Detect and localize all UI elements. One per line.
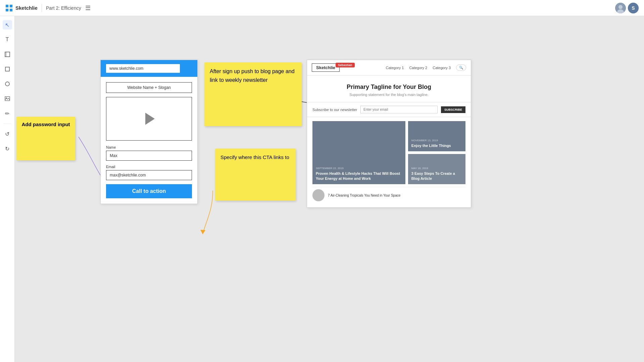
wireframe-signup-form: Website Name + Slogan Name Email Call to…: [100, 60, 198, 204]
cta-button[interactable]: Call to action: [106, 184, 192, 198]
url-bar[interactable]: [106, 64, 180, 73]
blog-hero: Primary Tagline for Your Blog Supporting…: [307, 75, 471, 102]
newsletter-bar: Subscribe to our newsletter SUBSCRIBE: [307, 102, 471, 117]
blog-cat-3: Category 3: [433, 66, 451, 70]
form-body: Website Name + Slogan Name Email Call to…: [101, 77, 197, 204]
svg-point-5: [618, 5, 623, 9]
post-3-date: MAY 16, 2019: [411, 167, 462, 170]
blog-sub-tagline: Supporting statement for the blog's main…: [312, 93, 465, 97]
avatar-user2[interactable]: S: [628, 3, 639, 13]
svg-rect-2: [6, 9, 8, 11]
blog-cat-2: Category 2: [409, 66, 427, 70]
hamburger-icon[interactable]: ☰: [85, 4, 91, 12]
blog-post-card-1[interactable]: SEPTEMBER 22, 2019 Proven Health & Lifes…: [312, 121, 405, 184]
blog-post-card-2[interactable]: NOVEMBER 13, 2019 Enjoy the Little Thing…: [408, 121, 465, 151]
sticky-note-password: Add password input: [16, 117, 75, 160]
name-label: Name: [106, 145, 192, 149]
svg-rect-13: [5, 97, 10, 101]
post-1-title: Proven Health & Lifestyle Hacks That Wil…: [316, 171, 402, 181]
svg-rect-3: [10, 9, 12, 11]
annotation-signup-note: After sign up push to blog page and link…: [204, 62, 302, 126]
cursor-tool[interactable]: ↖: [3, 20, 12, 30]
svg-point-14: [6, 98, 7, 99]
post-1-date: SEPTEMBER 22, 2019: [316, 167, 402, 170]
nav-subtitle: Part 2: Efficiency: [46, 5, 81, 11]
left-toolbar: ↖ T ✏ ↺ ↻: [0, 16, 15, 362]
annotation-cta-note: Specify where this CTA links to: [215, 149, 296, 201]
search-icon: 🔍: [459, 66, 463, 69]
post-2-title: Enjoy the Little Things: [411, 143, 462, 148]
annotation-signup-text: After sign up push to blog page and link…: [210, 67, 296, 84]
top-navigation: Sketchlie Part 2: Efficiency ☰ S: [0, 0, 644, 16]
blog-posts-small-col: NOVEMBER 13, 2019 Enjoy the Little Thing…: [408, 121, 465, 184]
blog-cat-1: Category 1: [386, 66, 404, 70]
email-input[interactable]: [106, 170, 192, 180]
image-tool[interactable]: [3, 94, 12, 103]
logo-icon: [5, 4, 13, 12]
avatar-group: S: [615, 3, 639, 13]
newsletter-email-input[interactable]: [360, 106, 438, 113]
blog-wireframe: Sketchlie Category 1 Category 2 Category…: [307, 60, 471, 208]
svg-rect-11: [5, 67, 9, 71]
text-tool[interactable]: T: [3, 35, 12, 44]
page-tool[interactable]: [3, 50, 12, 59]
svg-rect-1: [10, 5, 12, 7]
blog-list-item[interactable]: 7 Air-Cleaning Tropicals You Need in You…: [312, 187, 465, 203]
video-placeholder: [106, 97, 192, 141]
play-icon: [145, 113, 155, 125]
blog-nav: Sketchlie Category 1 Category 2 Category…: [307, 60, 471, 75]
sticky-note-password-text: Add password input: [21, 121, 70, 127]
blog-search[interactable]: 🔍: [456, 64, 466, 71]
app-name: Sketchlie: [15, 5, 38, 11]
form-header: [101, 60, 197, 77]
blog-posts-row-1: SEPTEMBER 22, 2019 Proven Health & Lifes…: [312, 121, 465, 184]
blog-tagline: Primary Tagline for Your Blog: [312, 84, 465, 91]
blog-nav-categories: Category 1 Category 2 Category 3 🔍: [386, 64, 466, 71]
svg-point-12: [5, 82, 9, 86]
website-name-placeholder: Website Name + Slogan: [106, 82, 192, 93]
redo-button[interactable]: ↻: [3, 144, 12, 153]
email-label: Email: [106, 165, 192, 169]
pen-tool[interactable]: ✏: [3, 109, 12, 118]
undo-button[interactable]: ↺: [3, 129, 12, 139]
toolbar-sep: [3, 123, 11, 124]
list-item-title: 7 Air-Cleaning Tropicals You Need in You…: [328, 194, 400, 197]
blog-post-card-3[interactable]: MAY 16, 2019 3 Easy Steps To Create a Bl…: [408, 154, 465, 184]
post-2-date: NOVEMBER 13, 2019: [411, 139, 462, 142]
svg-marker-17: [200, 230, 205, 234]
svg-text:S: S: [632, 5, 635, 11]
avatar-user1[interactable]: [615, 3, 626, 13]
blog-posts-grid: SEPTEMBER 22, 2019 Proven Health & Lifes…: [307, 117, 471, 207]
newsletter-subscribe-btn[interactable]: SUBSCRIBE: [441, 106, 465, 113]
svg-rect-0: [6, 5, 8, 7]
name-input[interactable]: [106, 151, 192, 161]
nav-divider: [42, 4, 42, 12]
annotation-cta-text: Specify where this CTA links to: [220, 153, 290, 161]
rect-tool[interactable]: [3, 64, 12, 74]
newsletter-label: Subscribe to our newsletter: [312, 108, 357, 112]
svg-rect-9: [5, 52, 10, 57]
app-logo: Sketchlie: [5, 4, 38, 12]
canvas: Add password input Website Name + Slogan…: [15, 16, 644, 362]
list-item-thumbnail: [312, 189, 325, 201]
sebastian-badge: Sebastian: [336, 63, 355, 67]
ellipse-tool[interactable]: [3, 79, 12, 89]
post-3-title: 3 Easy Steps To Create a Blog Article: [411, 171, 462, 181]
